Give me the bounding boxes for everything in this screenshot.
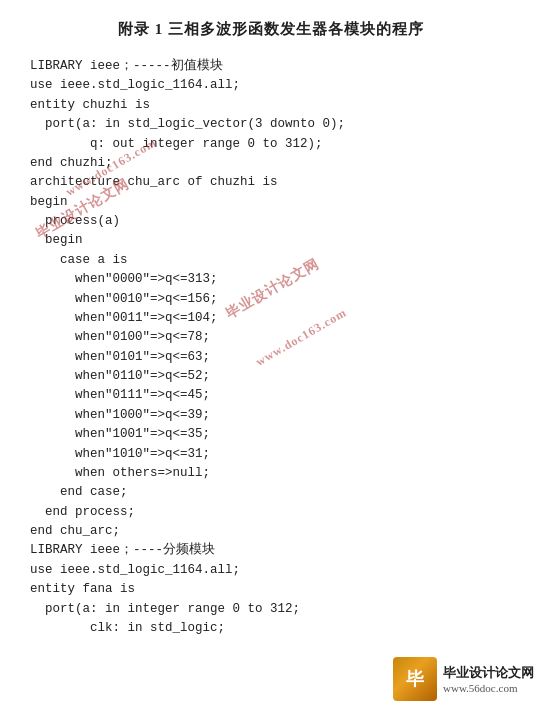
logo-icon [393,657,437,701]
code-block: LIBRARY ieee；-----初值模块 use ieee.std_logi… [30,57,512,638]
page-title: 附录 1 三相多波形函数发生器各模块的程序 [30,20,512,39]
page-container: 附录 1 三相多波形函数发生器各模块的程序 LIBRARY ieee；-----… [0,0,542,709]
logo-sub-text: www.56doc.com [443,682,534,694]
logo-text-block: 毕业设计论文网 www.56doc.com [443,664,534,694]
logo-main-text: 毕业设计论文网 [443,664,534,682]
logo-area: 毕业设计论文网 www.56doc.com [393,657,534,701]
